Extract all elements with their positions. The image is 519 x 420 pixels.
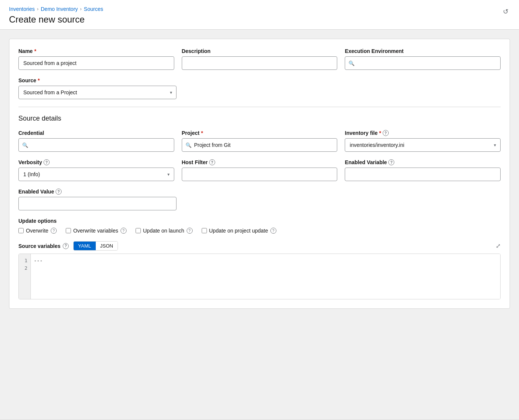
verbosity-select-wrapper: 1 (Info)	[18, 168, 174, 181]
source-variables-header: Source variables ? YAML JSON ⤢	[18, 241, 501, 251]
update-on-launch-label-text: Update on launch	[143, 228, 184, 234]
line-numbers: 1 2	[19, 254, 31, 299]
update-options-title: Update options	[18, 218, 501, 224]
name-required: *	[34, 48, 36, 54]
source-label: Source *	[18, 77, 177, 83]
code-editor-inner: 1 2 ---	[19, 254, 500, 299]
update-on-project-update-checkbox[interactable]	[202, 228, 207, 233]
description-field-group: Description	[182, 48, 338, 70]
breadcrumb: Inventories › Demo Inventory › Sources	[9, 6, 103, 12]
update-on-launch-checkbox-label[interactable]: Update on launch ?	[136, 228, 193, 234]
code-editor: 1 2 ---	[18, 254, 501, 299]
source-select[interactable]: Sourced from a Project	[18, 86, 177, 99]
execution-env-input[interactable]	[345, 56, 501, 70]
update-on-project-update-label-text: Update on project update	[209, 228, 268, 234]
update-on-launch-help-icon[interactable]: ?	[187, 228, 193, 234]
inventory-file-label: Inventory file * ?	[345, 130, 501, 136]
overwrite-checkbox[interactable]	[18, 228, 24, 233]
credential-field-group: Credential 🔍	[18, 130, 174, 152]
host-filter-input[interactable]	[182, 168, 338, 181]
enabled-variable-input[interactable]	[345, 168, 501, 181]
inventory-file-field-group: Inventory file * ? inventories/inventory…	[345, 130, 501, 152]
enabled-value-input[interactable]	[18, 197, 177, 210]
enabled-value-label: Enabled Value ?	[18, 189, 177, 195]
verbosity-select[interactable]: 1 (Info)	[18, 168, 174, 181]
name-input[interactable]	[18, 56, 174, 70]
execution-env-label: Execution Environment	[345, 48, 501, 54]
description-input[interactable]	[182, 56, 338, 70]
project-field-group: Project * 🔍	[182, 130, 338, 152]
breadcrumb-sep-2: ›	[80, 6, 81, 12]
line-number-1: 1	[22, 257, 27, 264]
credential-search-wrapper: 🔍	[18, 138, 174, 152]
update-on-launch-checkbox[interactable]	[136, 228, 141, 233]
breadcrumb-sources[interactable]: Sources	[84, 6, 103, 12]
overwrite-help-icon[interactable]: ?	[51, 228, 57, 234]
checkboxes-row: Overwrite ? Overwrite variables ? Update…	[18, 228, 501, 234]
source-details-section: Source details Credential 🔍 Project *	[18, 115, 501, 299]
code-line-2	[34, 264, 497, 272]
name-label: Name *	[18, 48, 174, 54]
overwrite-variables-checkbox-label[interactable]: Overwrite variables ?	[66, 228, 127, 234]
breadcrumb-demo-inventory[interactable]: Demo Inventory	[41, 6, 78, 12]
history-icon: ↺	[503, 8, 508, 15]
project-label: Project *	[182, 130, 338, 136]
execution-env-field-group: Execution Environment 🔍	[345, 48, 501, 70]
overwrite-label-text: Overwrite	[26, 228, 48, 234]
source-required: *	[38, 77, 39, 83]
inventory-file-select-wrapper: inventories/inventory.ini	[345, 138, 501, 152]
name-field-group: Name *	[18, 48, 174, 70]
enabled-variable-field-group: Enabled Variable ?	[345, 159, 501, 181]
verbosity-label: Verbosity ?	[18, 159, 174, 165]
enabled-value-help-icon[interactable]: ?	[56, 189, 62, 195]
project-search-wrapper: 🔍	[182, 138, 338, 152]
overwrite-checkbox-label[interactable]: Overwrite ?	[18, 228, 57, 234]
inventory-file-help-icon[interactable]: ?	[383, 130, 389, 136]
project-input[interactable]	[182, 138, 338, 152]
yaml-toggle-btn[interactable]: YAML	[74, 242, 95, 250]
json-toggle-btn[interactable]: JSON	[96, 242, 118, 250]
source-variables-help-icon[interactable]: ?	[63, 243, 69, 249]
credential-label: Credential	[18, 130, 174, 136]
execution-env-search-wrapper: 🔍	[345, 56, 501, 70]
project-required: *	[201, 130, 203, 136]
overwrite-variables-label-text: Overwrite variables	[73, 228, 118, 234]
code-line-1: ---	[34, 257, 497, 264]
source-select-wrapper: Sourced from a Project	[18, 86, 177, 99]
host-filter-help-icon[interactable]: ?	[209, 159, 215, 165]
source-variables-label: Source variables ?	[18, 243, 69, 249]
page-title: Create new source	[9, 14, 103, 25]
enabled-variable-help-icon[interactable]: ?	[388, 159, 394, 165]
code-content[interactable]: ---	[31, 254, 500, 299]
source-variables-toggle-group: YAML JSON	[73, 241, 118, 251]
verbosity-help-icon[interactable]: ?	[44, 159, 50, 165]
host-filter-label: Host Filter ?	[182, 159, 338, 165]
breadcrumb-sep-1: ›	[37, 6, 38, 12]
breadcrumb-inventories[interactable]: Inventories	[9, 6, 35, 12]
update-options-section: Update options Overwrite ? Overwrite var…	[18, 218, 501, 234]
inventory-file-required: *	[379, 130, 381, 136]
overwrite-variables-help-icon[interactable]: ?	[121, 228, 127, 234]
enabled-variable-label: Enabled Variable ?	[345, 159, 501, 165]
update-on-project-update-help-icon[interactable]: ?	[270, 228, 276, 234]
update-on-project-update-checkbox-label[interactable]: Update on project update ?	[202, 228, 276, 234]
source-field-group: Source * Sourced from a Project	[18, 77, 177, 99]
expand-button[interactable]: ⤢	[496, 242, 501, 249]
verbosity-field-group: Verbosity ? 1 (Info)	[18, 159, 174, 181]
credential-input[interactable]	[18, 138, 174, 152]
description-label: Description	[182, 48, 338, 54]
source-variables-section: Source variables ? YAML JSON ⤢	[18, 241, 501, 299]
host-filter-field-group: Host Filter ?	[182, 159, 338, 181]
line-number-2: 2	[22, 264, 27, 272]
source-details-title: Source details	[18, 115, 501, 122]
overwrite-variables-checkbox[interactable]	[66, 228, 71, 233]
section-divider-1	[18, 107, 501, 107]
enabled-value-field-group: Enabled Value ?	[18, 189, 177, 210]
history-button[interactable]: ↺	[501, 6, 510, 17]
inventory-file-select[interactable]: inventories/inventory.ini	[345, 138, 501, 152]
